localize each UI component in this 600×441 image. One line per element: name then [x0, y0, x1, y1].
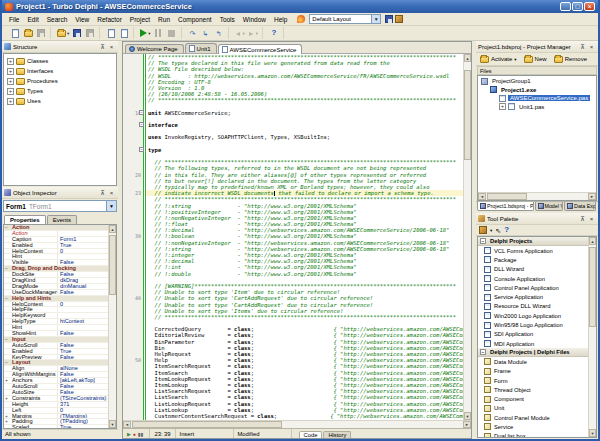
menu-run[interactable]: Run: [154, 15, 174, 24]
close-icon[interactable]: ×: [107, 44, 116, 50]
chevron-down-icon[interactable]: ▾: [67, 31, 69, 36]
property-value[interactable]: dmManual: [58, 284, 108, 289]
editor-hscrollbar[interactable]: ◄ ►: [123, 420, 471, 428]
property-value[interactable]: True: [58, 349, 108, 354]
project-tree-item-projectgroup1[interactable]: ProjectGroup1: [478, 77, 596, 86]
palette-item-dual-list-box[interactable]: Dual list box: [478, 432, 588, 437]
scroll-down-icon[interactable]: ▼: [109, 420, 116, 428]
expand-icon[interactable]: +: [499, 103, 506, 110]
structure-item-uses[interactable]: +Uses: [4, 96, 116, 106]
macro-pause-icon[interactable]: ▮▮: [138, 431, 144, 437]
chevron-down-icon[interactable]: ▼: [106, 201, 116, 211]
save-button[interactable]: [35, 27, 47, 39]
property-value[interactable]: True: [58, 243, 108, 248]
expand-icon[interactable]: +: [5, 419, 8, 424]
property-value[interactable]: 0: [58, 408, 108, 413]
pin-icon[interactable]: ⊼: [578, 43, 587, 50]
property-value[interactable]: [58, 231, 108, 236]
property-value[interactable]: False: [58, 372, 108, 377]
editor-view-tab-history[interactable]: History: [323, 431, 351, 438]
editor-vscrollbar[interactable]: ▲ ▼: [463, 54, 471, 420]
project-tree-item-project1-exe[interactable]: Project1.exe: [478, 86, 596, 95]
fold-icon[interactable]: −: [139, 147, 144, 152]
scroll-right-icon[interactable]: ►: [588, 193, 596, 200]
expand-icon[interactable]: +: [7, 78, 14, 85]
palette-item-service[interactable]: Service: [478, 422, 588, 431]
palette-item-control-panel-module[interactable]: Control Panel Module: [478, 413, 588, 422]
close-icon[interactable]: ×: [587, 44, 596, 50]
property-value[interactable]: 0: [58, 249, 108, 254]
dock-tab-project1-bdsproj-project-m[interactable]: Project1.bdsproj - Project M...: [477, 202, 534, 211]
palette-item-control-panel-application[interactable]: Control Panel Application: [478, 283, 588, 292]
pointer-icon[interactable]: ⇖: [495, 227, 501, 234]
palette-category-delphi-projects-delphi-files[interactable]: −Delphi Projects | Delphi Files: [478, 348, 588, 357]
pin-icon[interactable]: ⊼: [98, 189, 107, 196]
palette-item-sdi-application[interactable]: SDI Application: [478, 330, 588, 339]
macro-play-icon[interactable]: ▶: [127, 431, 131, 437]
collapse-icon[interactable]: −: [480, 238, 486, 244]
menu-tools[interactable]: Tools: [216, 15, 239, 24]
close-button[interactable]: ×: [584, 2, 595, 11]
pause-button[interactable]: [153, 27, 165, 39]
scroll-up-icon[interactable]: ▲: [109, 225, 116, 233]
structure-item-procedures[interactable]: +Procedures: [4, 76, 116, 86]
menu-view[interactable]: View: [71, 15, 93, 24]
structure-item-classes[interactable]: +Classes: [4, 56, 116, 66]
scroll-up-icon[interactable]: ▲: [589, 237, 596, 245]
palette-item-dll-wizard[interactable]: DLL Wizard: [478, 265, 588, 274]
chevron-down-icon[interactable]: ▾: [148, 31, 150, 36]
step-over-button[interactable]: ↷: [187, 27, 199, 39]
menu-window[interactable]: Window: [239, 15, 270, 24]
open-button[interactable]: [22, 27, 34, 39]
expand-icon[interactable]: +: [7, 58, 14, 65]
property-value[interactable]: Form1: [58, 237, 108, 242]
forward-button[interactable]: ►▾: [247, 27, 259, 39]
object-selector-combo[interactable]: Form1 TForm1 ▼: [3, 200, 117, 212]
fold-icon[interactable]: −: [139, 122, 144, 127]
scroll-up-icon[interactable]: ▲: [464, 54, 471, 62]
project-tree-hscrollbar[interactable]: ◄ ►: [478, 192, 596, 200]
palette-item-thread-object[interactable]: Thread Object: [478, 385, 588, 394]
property-value[interactable]: alNone: [58, 366, 108, 371]
expand-icon[interactable]: +: [7, 88, 14, 95]
property-row[interactable]: ScaledTrue: [4, 425, 108, 428]
expand-icon[interactable]: +: [7, 98, 14, 105]
open-project-button[interactable]: ▾: [56, 27, 70, 39]
menu-edit[interactable]: Edit: [23, 15, 42, 24]
activate-button[interactable]: Activate▾: [478, 55, 519, 64]
property-value[interactable]: 371: [58, 402, 108, 407]
new-button[interactable]: New: [522, 55, 549, 64]
remove-file-button[interactable]: [118, 27, 130, 39]
property-value[interactable]: [58, 313, 108, 318]
macro-record-icon[interactable]: ●: [133, 431, 136, 437]
scroll-down-icon[interactable]: ▼: [464, 412, 471, 420]
program-reset-button[interactable]: [166, 27, 178, 39]
palette-item-unit[interactable]: Unit: [478, 404, 588, 413]
scroll-right-icon[interactable]: ►: [463, 421, 471, 428]
project-tree-item-unit1-pas[interactable]: +Unit1.pas: [478, 103, 596, 112]
palette-category-delphi-projects[interactable]: −Delphi Projects: [478, 237, 588, 246]
menu-file[interactable]: File: [5, 15, 23, 24]
palette-item-mdi-application[interactable]: MDI Application: [478, 339, 588, 348]
property-value[interactable]: (TMargins): [58, 414, 108, 419]
property-value[interactable]: False: [58, 355, 108, 360]
editor-view-tab-code[interactable]: Code: [299, 431, 323, 438]
editor-tab-welcome-page[interactable]: Welcome Page: [125, 44, 184, 53]
scroll-down-icon[interactable]: ▼: [589, 429, 596, 437]
expand-icon[interactable]: +: [7, 68, 14, 75]
new-item-button[interactable]: [9, 27, 21, 39]
menu-refactor[interactable]: Refactor: [93, 15, 126, 24]
desktop-layout-combo[interactable]: Default Layout ▼: [309, 14, 381, 24]
code-area[interactable]: // *************************************…: [123, 54, 463, 420]
property-value[interactable]: 0: [58, 302, 108, 307]
property-value[interactable]: [akLeft,akTop]: [58, 378, 108, 383]
save-layout-icon[interactable]: [385, 15, 393, 23]
delete-layout-icon[interactable]: [395, 15, 403, 23]
help-icon[interactable]: ?: [504, 226, 509, 234]
menu-search[interactable]: Search: [43, 15, 72, 24]
property-value[interactable]: dkDrag: [58, 278, 108, 283]
inspector-scrollbar[interactable]: ▲ ▼: [108, 225, 116, 428]
property-value[interactable]: (TPadding): [58, 419, 108, 424]
menu-component[interactable]: Component: [174, 15, 216, 24]
scroll-left-icon[interactable]: ◄: [123, 421, 131, 428]
